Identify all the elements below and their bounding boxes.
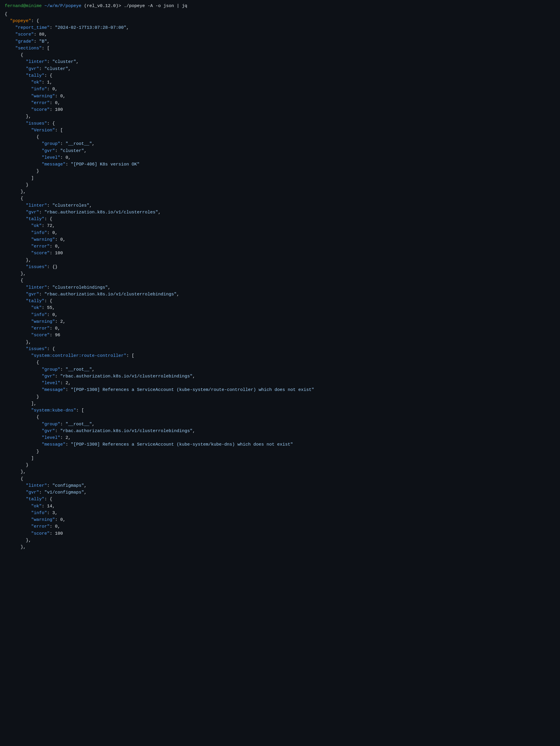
prompt-space2 — [121, 3, 124, 8]
json-output: { "popeye": { "report_time": "2024-02-17… — [5, 11, 555, 551]
prompt-path: ~/w/m/P/popeye — [45, 3, 81, 8]
prompt-sep1 — [42, 3, 45, 8]
prompt-space1 — [81, 3, 84, 8]
prompt-rel: (rel_v0.12.0) — [84, 3, 118, 8]
prompt-user: fernand@minime — [5, 3, 42, 8]
prompt-cmd: ./popeye -A -o json | jq — [124, 3, 187, 8]
prompt-gt: > — [118, 3, 121, 8]
command-line: fernand@minime ~/w/m/P/popeye (rel_v0.12… — [5, 3, 555, 10]
terminal: fernand@minime ~/w/m/P/popeye (rel_v0.12… — [5, 3, 555, 550]
